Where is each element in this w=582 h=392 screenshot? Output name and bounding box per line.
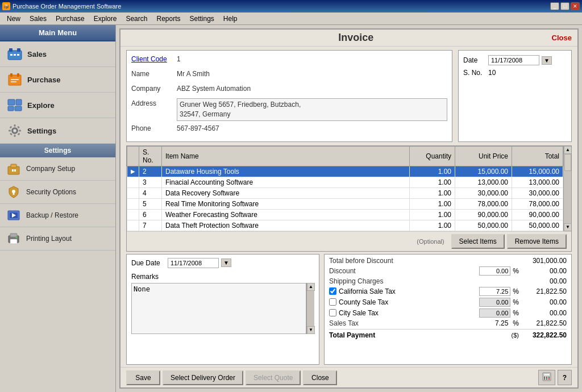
invoice-close-button[interactable]: Close: [552, 34, 572, 42]
select-items-button[interactable]: Select Items: [451, 234, 505, 249]
county-tax-label: County Sale Tax: [339, 298, 479, 306]
optional-label: (Optional): [417, 238, 444, 245]
table-row[interactable]: ▶ 2 Dataware Housing Tools 1.00 15,000.0…: [127, 166, 563, 177]
menu-bar: New Sales Purchase Explore Search Report…: [0, 12, 582, 25]
phone-row: Phone 567-897-4567: [131, 123, 447, 136]
sidebar-item-settings-top[interactable]: Settings: [0, 118, 115, 144]
row-qty: 1.00: [410, 220, 455, 231]
client-code-value: 1: [177, 54, 447, 63]
ca-tax-label: California Sale Tax: [339, 287, 479, 295]
invoice-title: Invoice: [160, 32, 552, 44]
row-total: 13,000.00: [512, 177, 563, 187]
sidebar-item-sales[interactable]: Sales: [0, 41, 115, 67]
row-arrow: [127, 198, 139, 209]
maximize-button[interactable]: □: [560, 2, 569, 10]
table-scrollbar[interactable]: ▲ ▼: [563, 146, 571, 231]
ca-tax-checkbox[interactable]: [329, 287, 336, 295]
before-discount-value: 301,000.00: [521, 257, 567, 265]
menu-settings[interactable]: Settings: [185, 14, 219, 24]
table-row[interactable]: 6 Weather Forecasting Software 1.00 90,0…: [127, 209, 563, 220]
window-title: Purchase Order Management Software: [13, 3, 121, 10]
title-bar-left: 📦 Purchase Order Management Software: [2, 2, 121, 10]
minimize-button[interactable]: _: [550, 2, 559, 10]
currency-symbol: ($): [512, 332, 519, 339]
county-tax-checkbox[interactable]: [329, 298, 336, 306]
printing-layout-icon: [6, 231, 22, 247]
remarks-scrollbar[interactable]: ▲ ▼: [306, 283, 314, 334]
company-label: Company: [131, 84, 177, 93]
menu-reports[interactable]: Reports: [152, 14, 185, 24]
date-input[interactable]: [488, 55, 539, 65]
menu-new[interactable]: New: [2, 14, 25, 24]
scroll-down-button[interactable]: ▼: [564, 223, 571, 231]
help-button[interactable]: ?: [558, 370, 572, 385]
row-item-name: Weather Forecasting Software: [162, 209, 410, 220]
scroll-track: [564, 154, 571, 223]
sno-label: S. No.: [463, 69, 486, 77]
discount-input[interactable]: [479, 266, 510, 276]
sidebar-item-backup-restore[interactable]: Backup / Restore: [0, 204, 115, 227]
due-date-input[interactable]: [168, 258, 219, 268]
row-sno: 4: [139, 187, 162, 198]
delivery-order-button[interactable]: Select Delivery Order: [163, 370, 243, 385]
discount-row: Discount % 00.00: [329, 266, 567, 276]
city-tax-checkbox[interactable]: [329, 309, 336, 316]
discount-pct: %: [513, 267, 519, 275]
sidebar-item-explore[interactable]: Explore: [0, 93, 115, 118]
row-arrow: [127, 209, 139, 220]
window-close-button[interactable]: ✕: [571, 2, 580, 10]
sidebar-item-company-setup[interactable]: Company Setup: [0, 157, 115, 181]
calculator-button[interactable]: [538, 370, 555, 385]
svg-rect-5: [17, 54, 19, 56]
svg-rect-35: [10, 239, 17, 244]
menu-help[interactable]: Help: [219, 14, 242, 24]
date-panel: Date ▼ S. No. 10: [458, 50, 572, 142]
sidebar-item-security-options[interactable]: Security Options: [0, 181, 115, 204]
due-date-row: Due Date ▼: [131, 258, 314, 268]
svg-rect-18: [14, 135, 16, 137]
sidebar-printing-label: Printing Layout: [26, 235, 72, 243]
table-row[interactable]: 5 Real Time Monitoring Software 1.00 78,…: [127, 198, 563, 209]
sidebar-item-printing-layout[interactable]: Printing Layout: [0, 227, 115, 251]
remarks-textarea[interactable]: None: [131, 283, 306, 334]
table-row[interactable]: 4 Data Recovery Software 1.00 30,000.00 …: [127, 187, 563, 198]
menu-search[interactable]: Search: [121, 14, 152, 24]
city-tax-input[interactable]: [479, 308, 510, 318]
svg-rect-19: [9, 130, 11, 132]
ca-tax-input[interactable]: [479, 287, 510, 296]
action-buttons: Save Select Delivery Order Select Quote …: [126, 370, 337, 385]
settings-section-header: Settings: [0, 144, 115, 157]
svg-rect-43: [546, 378, 547, 380]
close-action-button[interactable]: Close: [303, 370, 337, 385]
remarks-scroll-track: [307, 291, 314, 326]
ca-tax-pct: %: [513, 287, 519, 295]
table-header-row: S. No. Item Name Quantity Unit Price Tot…: [127, 146, 563, 166]
remarks-scroll-up[interactable]: ▲: [307, 283, 315, 291]
row-total: 50,000.00: [512, 220, 563, 231]
sales-tax-pct: %: [513, 319, 519, 327]
row-qty: 1.00: [410, 187, 455, 198]
scroll-up-button[interactable]: ▲: [564, 146, 571, 154]
title-bar: 📦 Purchase Order Management Software _ □…: [0, 0, 582, 12]
sidebar-item-purchase[interactable]: Purchase: [0, 67, 115, 93]
table-row[interactable]: 3 Finacial Accounting Software 1.00 13,0…: [127, 177, 563, 187]
client-code-label[interactable]: Client Code: [131, 54, 177, 63]
svg-rect-24: [10, 133, 13, 136]
county-tax-input[interactable]: [479, 298, 510, 307]
date-picker-button[interactable]: ▼: [542, 56, 552, 65]
table-row[interactable]: 7 Data Theft Protection Software 1.00 50…: [127, 220, 563, 231]
company-setup-icon: [6, 161, 22, 177]
svg-rect-30: [13, 193, 15, 195]
sidebar-sales-label: Sales: [27, 50, 47, 59]
menu-sales[interactable]: Sales: [25, 14, 51, 24]
remove-items-button[interactable]: Remove Items: [507, 234, 567, 249]
menu-purchase[interactable]: Purchase: [51, 14, 89, 24]
sidebar-security-label: Security Options: [26, 188, 76, 196]
svg-rect-4: [14, 54, 16, 56]
remarks-scroll-down[interactable]: ▼: [307, 326, 315, 334]
due-date-picker-button[interactable]: ▼: [221, 258, 231, 267]
svg-point-16: [14, 130, 16, 132]
save-button[interactable]: Save: [126, 370, 160, 385]
row-unit-price: 13,000.00: [455, 177, 512, 187]
menu-explore[interactable]: Explore: [89, 14, 122, 24]
